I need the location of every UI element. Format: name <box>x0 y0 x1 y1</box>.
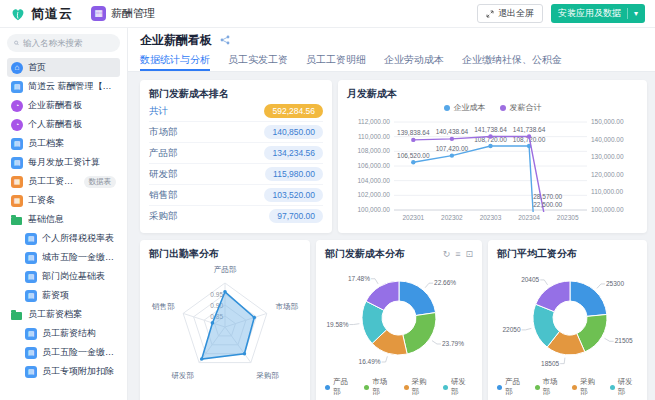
sidebar-item[interactable]: ▤员工档案 <box>7 134 120 153</box>
dept-name: 产品部 <box>149 147 178 160</box>
legend-item[interactable]: 发薪合计 <box>500 102 542 113</box>
svg-text:141,738.64: 141,738.64 <box>474 126 507 133</box>
sidebar-item[interactable]: ◔个人薪酬看板 <box>7 115 120 134</box>
sidebar-item[interactable]: ◔企业薪酬看板 <box>7 96 120 115</box>
table-row: 共计592,284.56 <box>149 101 323 121</box>
cost-value-pill: 134,234.56 <box>264 146 323 160</box>
line-card-title: 月发薪成本 <box>347 87 638 101</box>
sidebar-item-label: 员工薪资档案 <box>28 308 82 321</box>
jiandaoyun-logo <box>10 6 26 22</box>
table-row: 采购部97,700.00 <box>149 205 323 226</box>
tab[interactable]: 员工实发工资 <box>228 50 288 71</box>
legend-dot-icon <box>500 105 506 111</box>
sidebar-item[interactable]: ▤每月发放工资计算 <box>7 153 120 172</box>
svg-text:产品部: 产品部 <box>214 265 237 274</box>
page-title: 企业薪酬看板 <box>140 32 212 49</box>
cost-value-pill: 115,980.00 <box>265 167 323 181</box>
legend-item[interactable]: 研发部 <box>443 377 473 397</box>
tab[interactable]: 数据统计与分析 <box>140 50 210 71</box>
tab[interactable]: 员工工资明细 <box>306 50 366 71</box>
sidebar-item[interactable]: ▤部门岗位基础表 <box>7 267 120 286</box>
svg-text:采购部: 采购部 <box>256 371 279 380</box>
cost-distribution-pie-chart: 22.66%23.79%16.49%19.58%17.48% <box>326 261 472 375</box>
legend-dot-icon <box>572 385 577 390</box>
svg-text:28,570.00: 28,570.00 <box>533 193 562 200</box>
avg-pie-title: 部门平均工资分布 <box>497 247 638 261</box>
card-dept-cost-ranking: 部门发薪成本排名 共计592,284.56市场部140,850.00产品部134… <box>140 80 332 233</box>
sidebar-item[interactable]: ▤员工薪资结构 <box>7 324 120 343</box>
install-app-button[interactable]: 安装应用及数据 ▾ <box>551 4 645 23</box>
svg-text:21505: 21505 <box>615 337 633 344</box>
legend-item[interactable]: 企业成本 <box>444 102 486 113</box>
svg-text:16.49%: 16.49% <box>359 358 381 365</box>
button-divider <box>627 8 628 19</box>
svg-text:106,000.00: 106,000.00 <box>357 162 390 169</box>
cost-value-pill: 592,284.56 <box>264 104 323 118</box>
chart-toolbar: ↻ ≡ ⊡ <box>443 249 473 259</box>
doc-icon: ▤ <box>11 157 23 169</box>
svg-text:100,000.00: 100,000.00 <box>357 206 390 213</box>
share-icon[interactable] <box>220 35 230 45</box>
table-row: 销售部103,520.00 <box>149 184 323 205</box>
sidebar-item[interactable]: 员工薪资档案 <box>7 305 120 324</box>
sidebar-item[interactable]: ▤员工专项附加扣除 <box>7 362 120 381</box>
doc-icon: ▤ <box>25 233 37 245</box>
workspace-app-icon: ▦ <box>91 6 106 21</box>
sidebar-item[interactable]: ▦工资条 <box>7 191 120 210</box>
sidebar-item[interactable]: ▤城市五险一金缴纳比例 <box>7 248 120 267</box>
dept-name: 研发部 <box>149 168 178 181</box>
doc-icon: ▤ <box>25 290 37 302</box>
svg-text:市场部: 市场部 <box>275 302 298 311</box>
legend-item[interactable]: 采购部 <box>572 377 601 397</box>
svg-text:0.95: 0.95 <box>210 291 223 298</box>
sidebar-item[interactable]: ▤员工五险一金缴纳基数 <box>7 343 120 362</box>
cost-value-pill: 140,850.00 <box>264 125 323 139</box>
sidebar-item[interactable]: ▤个人所得税税率表 <box>7 229 120 248</box>
sidebar: ⌂首页▤简道云 薪酬管理【使用说明】◔企业薪酬看板◔个人薪酬看板▤员工档案▤每月… <box>0 28 128 400</box>
dashboard-tabs: 数据统计与分析员工实发工资员工工资明细企业劳动成本企业缴纳社保、公积金 <box>128 50 655 72</box>
chevron-down-icon[interactable]: ▾ <box>634 9 638 18</box>
legend-item[interactable]: 产品部 <box>325 377 355 397</box>
legend-item[interactable]: 研发部 <box>610 377 639 397</box>
svg-text:22.66%: 22.66% <box>434 279 456 286</box>
table-row: 研发部115,980.00 <box>149 163 323 184</box>
attendance-radar-chart: 0.950.900.85产品部市场部采购部研发部销售部 <box>149 261 301 393</box>
sidebar-item[interactable]: 基础信息 <box>7 210 120 229</box>
svg-text:202304: 202304 <box>518 214 540 221</box>
board-icon: ◔ <box>11 119 23 131</box>
search-input[interactable] <box>23 38 113 48</box>
doc-icon: ▤ <box>25 252 37 264</box>
legend-item[interactable]: 采购部 <box>404 377 434 397</box>
svg-text:150,000.00: 150,000.00 <box>591 118 624 125</box>
svg-text:22050: 22050 <box>502 326 520 333</box>
svg-text:202301: 202301 <box>402 214 424 221</box>
fullscreen-icon[interactable]: ⊡ <box>465 249 473 259</box>
sidebar-item[interactable]: ▦员工工资明细数据表 <box>7 172 120 191</box>
workspace-chip[interactable]: ▦ 薪酬管理 <box>91 6 155 21</box>
table-icon: ▦ <box>11 195 23 207</box>
sidebar-search[interactable] <box>7 34 120 52</box>
tab[interactable]: 企业劳动成本 <box>384 50 444 71</box>
workspace-name: 薪酬管理 <box>111 6 155 21</box>
sidebar-item[interactable]: ▤薪资项 <box>7 286 120 305</box>
exit-fullscreen-button[interactable]: 退出全屏 <box>477 4 543 23</box>
sidebar-item-label: 个人薪酬看板 <box>28 118 82 131</box>
legend-item[interactable]: 市场部 <box>364 377 394 397</box>
sidebar-item-label: 首页 <box>28 61 46 74</box>
dept-name: 采购部 <box>149 210 178 223</box>
sidebar-item-label: 员工薪资结构 <box>42 327 96 340</box>
legend-item[interactable]: 市场部 <box>535 377 564 397</box>
sidebar-item-label: 每月发放工资计算 <box>28 156 100 169</box>
svg-text:110,000.00: 110,000.00 <box>591 188 623 195</box>
refresh-icon[interactable]: ↻ <box>443 249 451 259</box>
table-icon: ▦ <box>11 176 23 188</box>
tab[interactable]: 企业缴纳社保、公积金 <box>462 50 562 71</box>
sidebar-item[interactable]: ▤简道云 薪酬管理【使用说明】 <box>7 77 120 96</box>
sidebar-item[interactable]: ⌂首页 <box>7 58 120 77</box>
sidebar-item-label: 员工五险一金缴纳基数 <box>42 346 116 359</box>
svg-text:106,520.00: 106,520.00 <box>397 152 430 159</box>
legend-item[interactable]: 产品部 <box>497 377 526 397</box>
sidebar-item-label: 部门岗位基础表 <box>42 270 105 283</box>
folder-icon <box>11 217 22 225</box>
list-icon[interactable]: ≡ <box>455 249 460 259</box>
